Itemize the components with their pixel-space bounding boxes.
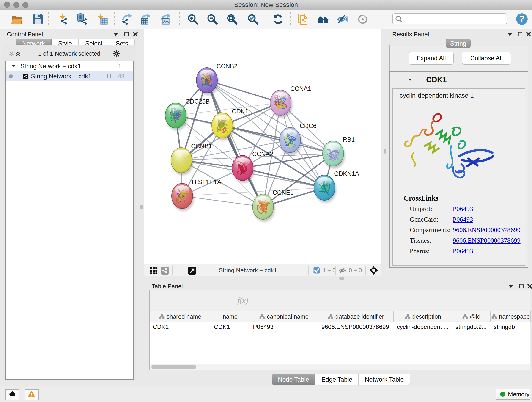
crosslink-link[interactable]: P06493 (453, 247, 473, 255)
export-table-icon[interactable] (140, 13, 152, 26)
network-options-gear-icon[interactable] (113, 50, 120, 57)
results-panel: Results Panel String Expand All Collapse… (389, 29, 532, 276)
tree-expand-triangle-icon[interactable] (11, 64, 16, 68)
open-session-icon[interactable] (11, 13, 23, 26)
table-horizontal-scrollbar (150, 364, 530, 370)
node-table: shared namenamecanonical namedatabase id… (150, 311, 530, 370)
column-header-namespace[interactable]: namespace (491, 312, 531, 322)
first-neighbors-icon[interactable] (297, 13, 309, 26)
zoom-out-icon[interactable] (206, 13, 219, 26)
network-tree-row[interactable]: String Network – cdk1 1 (6, 61, 133, 71)
tab-network-table[interactable]: Network Table (359, 374, 410, 385)
results-panel-title: Results Panel (392, 31, 429, 38)
grid-view-icon[interactable] (149, 266, 158, 275)
save-session-icon[interactable] (32, 13, 44, 26)
import-table-icon[interactable] (96, 13, 109, 26)
column-header-database-identifier[interactable]: database identifier (318, 312, 394, 322)
import-network-icon[interactable] (57, 13, 69, 26)
cloud-button[interactable] (5, 389, 19, 400)
homes-icon[interactable] (317, 13, 329, 26)
expand-all-button[interactable]: Expand All (409, 52, 454, 65)
table-panel-float-icon[interactable] (519, 283, 525, 289)
node-label-CCNA2: CCNA2 (252, 151, 273, 157)
collapse-triangle-icon[interactable] (408, 78, 413, 82)
show-columns-icon[interactable] (170, 295, 180, 306)
table-row[interactable]: CDK1CDK1P064939606.ENSP00000378699cyclin… (150, 322, 530, 332)
eye-wave-icon[interactable] (337, 13, 349, 26)
column-header-label: description (412, 313, 441, 320)
zoom-fit-icon[interactable] (226, 13, 238, 26)
crosslinks-section: CrossLinks Uniprot:P06493GeneCard:P06493… (393, 193, 525, 256)
column-header-shared-name[interactable]: shared name (150, 312, 211, 322)
control-panel-title: Control Panel (7, 31, 43, 38)
zoom-in-icon[interactable] (187, 13, 199, 26)
toolbar-separator (114, 12, 115, 26)
export-network-icon[interactable] (121, 13, 133, 26)
network-edge[interactable] (182, 196, 263, 207)
eye-gray-icon[interactable] (356, 13, 369, 26)
toolbar-separator (48, 12, 49, 26)
network-canvas[interactable]: CCNB2 CCNA1 CDC25B CDK1 CDC6 (144, 29, 381, 264)
delete-columns-icon[interactable] (205, 295, 215, 306)
column-header-description[interactable]: description (394, 312, 452, 322)
scrollbar-thumb[interactable] (152, 365, 196, 369)
table-gear-icon[interactable] (154, 295, 164, 306)
network-node-CCNB2[interactable]: CCNB2 (196, 63, 238, 95)
crosslink-link[interactable]: 9606.ENSP00000378699 (453, 226, 520, 234)
network-node-RB1[interactable]: RB1 (323, 136, 355, 169)
control-panel-close-icon[interactable] (133, 31, 138, 37)
network-collection-label: String Network – cdk1 (20, 61, 81, 71)
network-node-CDC25B[interactable]: CDC25B (165, 98, 210, 131)
selected-checkbox-icon[interactable] (313, 267, 320, 274)
network-node-CDC6[interactable]: CDC6 (279, 123, 317, 155)
column-header-name[interactable]: name (211, 312, 250, 322)
results-panel-close-icon[interactable] (526, 31, 532, 37)
table-panel-close-icon[interactable] (527, 283, 532, 289)
table-panel-menu-icon[interactable] (508, 284, 514, 290)
column-header-label: database identifier (336, 313, 384, 320)
crosslink-link[interactable]: P06493 (453, 216, 473, 223)
node-count: 11 (99, 71, 112, 81)
tab-string[interactable]: String (446, 38, 471, 48)
network-node-CDKN1A[interactable]: CDKN1A (314, 170, 359, 203)
hidden-eye-slash-icon[interactable] (339, 267, 346, 274)
memory-button[interactable]: Memory (496, 389, 530, 400)
crosslink-link[interactable]: P06493 (453, 205, 473, 212)
export-image-icon[interactable] (160, 13, 172, 26)
search-input[interactable] (392, 13, 507, 24)
import-database-icon[interactable] (76, 13, 88, 26)
network-node-HIST1H1A[interactable]: HIST1H1A (172, 179, 221, 211)
control-panel-float-icon[interactable] (124, 31, 130, 37)
crosslink-link[interactable]: 9606.ENSP00000378699 (453, 237, 520, 244)
memory-label: Memory (508, 389, 530, 400)
toolbar-separator (265, 12, 265, 26)
left-splitter-handle[interactable] (140, 205, 143, 209)
fit-selected-crosshair-icon[interactable] (369, 265, 379, 275)
table-panel-body: f(x) shared namenamecanonical namedataba… (149, 290, 530, 370)
node-label-CDK1: CDK1 (232, 108, 248, 115)
column-header-canonical-name[interactable]: canonical name (250, 312, 318, 322)
birdseye-view-icon[interactable] (188, 266, 196, 275)
tab-edge-table[interactable]: Edge Table (315, 374, 359, 385)
crosslink-row: Tissues:9606.ENSP00000378699 (410, 235, 525, 246)
protein-card-header[interactable]: CDK1 (390, 72, 528, 88)
zoom-selected-icon[interactable] (247, 13, 259, 26)
right-splitter-handle[interactable] (384, 149, 386, 153)
network-edge[interactable] (207, 80, 263, 207)
crosslink-row: Uniprot:P06493 (410, 204, 525, 214)
tab-node-table[interactable]: Node Table (272, 374, 315, 385)
warnings-button[interactable] (25, 389, 39, 400)
refresh-icon[interactable] (272, 13, 284, 26)
help-button[interactable]: ? (516, 13, 528, 25)
node-label-CCNB1: CCNB1 (191, 143, 212, 150)
control-panel-menu-icon[interactable] (113, 32, 119, 38)
collapse-all-button[interactable]: Collapse All (462, 52, 511, 65)
network-tree-row[interactable]: String Network – cdk1 11 48 (6, 71, 133, 81)
network-node-CCNE1[interactable]: CCNE1 (253, 189, 294, 222)
results-panel-menu-icon[interactable] (507, 32, 513, 38)
add-column-icon[interactable] (188, 295, 198, 306)
results-panel-float-icon[interactable] (517, 31, 523, 37)
column-header--id[interactable]: @id (452, 312, 491, 322)
bottom-splitter-handle[interactable] (339, 277, 344, 280)
network-node-CCNA2[interactable]: CCNA2 (232, 151, 273, 183)
